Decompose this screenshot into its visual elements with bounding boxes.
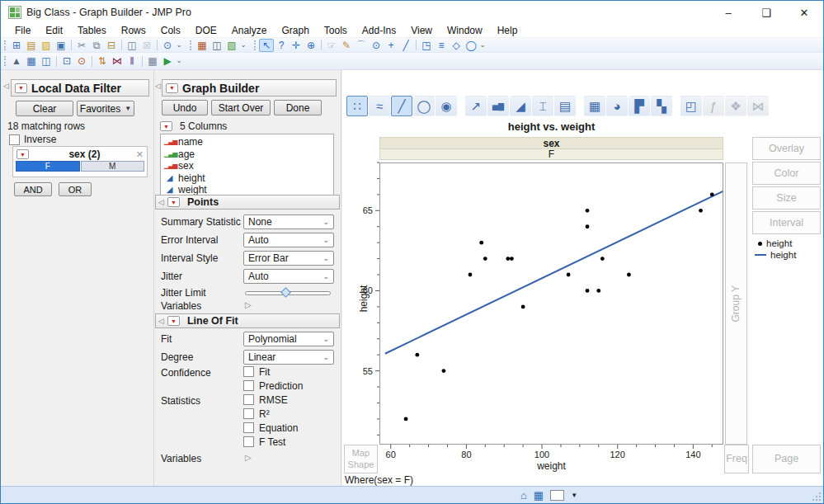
column-item-age[interactable]: ▁▃▅age bbox=[164, 148, 330, 161]
points-chart-icon[interactable]: ∷ bbox=[346, 96, 368, 116]
help-tool-icon[interactable]: ? bbox=[274, 39, 289, 52]
collapse-mid-panel-icon[interactable]: ◁ bbox=[155, 82, 161, 90]
slider-thumb[interactable] bbox=[280, 287, 291, 298]
mosaic-chart-icon[interactable]: ▚ bbox=[651, 96, 672, 116]
page-drop-zone[interactable]: Page bbox=[752, 445, 821, 473]
menu-view[interactable]: View bbox=[403, 25, 440, 36]
collapse-left-panel-icon[interactable]: ◁ bbox=[3, 82, 9, 90]
zoom-in-tool-icon[interactable]: + bbox=[384, 39, 398, 52]
toolbar-overflow-icon[interactable]: ⌄ bbox=[239, 39, 247, 52]
join-tables-icon[interactable]: ⋈ bbox=[110, 54, 125, 68]
interval-drop-zone[interactable]: Interval bbox=[752, 211, 821, 234]
y-axis-label[interactable]: height bbox=[358, 285, 370, 313]
data-table-window-icon[interactable]: ▦ bbox=[534, 490, 544, 501]
menu-window[interactable]: Window bbox=[440, 25, 490, 36]
red-triangle-menu-icon[interactable] bbox=[160, 121, 172, 131]
brush-tool-icon[interactable]: ✎ bbox=[339, 39, 354, 52]
done-button[interactable]: Done bbox=[274, 100, 322, 115]
jitter-limit-slider[interactable] bbox=[245, 291, 331, 295]
line-chart-icon[interactable]: ↗ bbox=[465, 96, 487, 116]
menu-tables[interactable]: Tables bbox=[70, 25, 114, 36]
filter-level-m[interactable]: M bbox=[81, 161, 145, 172]
lock-icon[interactable]: ⊠ bbox=[139, 39, 154, 52]
histogram-chart-icon[interactable]: ▤ bbox=[554, 96, 576, 116]
menu-tools[interactable]: Tools bbox=[317, 25, 355, 36]
oval-annotate-icon[interactable]: ◯ bbox=[464, 39, 478, 52]
red-triangle-menu-icon[interactable] bbox=[167, 197, 180, 207]
fit-select[interactable]: Polynomial bbox=[243, 332, 334, 346]
interval-style-select[interactable]: Error Bar bbox=[243, 251, 334, 266]
menu-analyze[interactable]: Analyze bbox=[224, 25, 275, 36]
menu-graph[interactable]: Graph bbox=[274, 25, 316, 36]
color-drop-zone[interactable]: Color bbox=[752, 162, 821, 185]
cut-icon[interactable]: ✂ bbox=[74, 39, 89, 52]
overlay-drop-zone[interactable]: Overlay bbox=[752, 137, 821, 160]
menu-help[interactable]: Help bbox=[490, 25, 525, 36]
lasso-tool-icon[interactable]: ⌒ bbox=[354, 39, 369, 52]
collapse-section-icon[interactable]: ◁ bbox=[158, 198, 164, 206]
arrow-annotate-icon[interactable]: ≡ bbox=[434, 39, 449, 52]
distribution-icon[interactable]: ▲ bbox=[9, 54, 24, 68]
data-table-icon[interactable]: ▦ bbox=[195, 39, 210, 52]
crosshair-tool-icon[interactable]: ⊕ bbox=[304, 39, 318, 52]
polygon-annotate-icon[interactable]: ◇ bbox=[449, 39, 464, 52]
column-item-sex[interactable]: ▁▃▅sex bbox=[164, 160, 330, 172]
menu-rows[interactable]: Rows bbox=[114, 25, 153, 36]
menu-cols[interactable]: Cols bbox=[153, 25, 188, 36]
pie-chart-icon[interactable]: ◕ bbox=[606, 96, 628, 116]
line-annotate-icon[interactable]: ╱ bbox=[398, 39, 413, 52]
select-report-icon[interactable]: ⊡ bbox=[59, 54, 74, 68]
start-over-button[interactable]: Start Over bbox=[211, 100, 271, 115]
line-of-fit-chart-icon[interactable]: ╱ bbox=[391, 96, 412, 116]
text-annotate-icon[interactable]: ◳ bbox=[419, 39, 434, 52]
column-item-height[interactable]: ◢height bbox=[164, 172, 330, 185]
collapse-section-icon[interactable]: ◁ bbox=[158, 317, 164, 325]
column-item-name[interactable]: ▁▃▅name bbox=[164, 136, 330, 148]
statistics-equation-checkbox[interactable] bbox=[243, 422, 254, 433]
favorites-button[interactable]: Favorites ▼ bbox=[77, 101, 134, 116]
sort-icon[interactable]: ⇅ bbox=[95, 54, 110, 68]
parallel-chart-icon[interactable]: ⋈ bbox=[747, 96, 769, 116]
and-button[interactable]: AND bbox=[14, 182, 52, 196]
magnifier-tool-icon[interactable]: ⊙ bbox=[369, 39, 384, 52]
summary-table-icon[interactable]: ▦ bbox=[145, 54, 160, 68]
area-chart-icon[interactable]: ◢ bbox=[510, 96, 531, 116]
inverse-checkbox[interactable] bbox=[9, 134, 20, 145]
statistics-rmse-checkbox[interactable] bbox=[243, 394, 254, 405]
menu-edit[interactable]: Edit bbox=[38, 25, 70, 36]
heatmap-chart-icon[interactable]: ▦ bbox=[584, 96, 605, 116]
statistics-ftest-checkbox[interactable] bbox=[243, 436, 254, 447]
toolbar-overflow-icon[interactable]: ⌄ bbox=[175, 54, 183, 68]
columns-viewer-icon[interactable]: ◫ bbox=[210, 39, 224, 52]
run-script-icon[interactable]: ▶ bbox=[160, 54, 175, 68]
group-x-variable-band[interactable]: sex bbox=[379, 137, 723, 148]
disclosure-icon[interactable]: ▷ bbox=[245, 300, 252, 309]
formula-chart-icon[interactable]: ƒ bbox=[703, 96, 724, 116]
split-tables-icon[interactable]: ⫴ bbox=[125, 54, 139, 68]
color-swatch[interactable] bbox=[550, 490, 564, 501]
clear-button[interactable]: Clear bbox=[16, 101, 73, 116]
chevron-down-icon[interactable]: ▼ bbox=[571, 492, 577, 499]
summary-statistic-select[interactable]: None bbox=[243, 214, 334, 229]
minimize-button[interactable]: – bbox=[709, 1, 747, 24]
hand-tool-icon[interactable]: ☞ bbox=[324, 39, 339, 52]
group-y-drop-zone[interactable]: Group Y bbox=[725, 163, 747, 445]
open-icon[interactable]: ▨ bbox=[39, 39, 54, 52]
red-triangle-menu-icon[interactable] bbox=[167, 316, 180, 326]
map-shape-drop-zone[interactable]: Map Shape bbox=[344, 445, 378, 473]
home-window-icon[interactable]: ⌂ bbox=[520, 490, 527, 501]
fit-model-icon[interactable]: ▦ bbox=[24, 54, 39, 68]
close-icon[interactable]: ✕ bbox=[136, 149, 144, 160]
disclosure-icon[interactable]: ▷ bbox=[245, 453, 252, 462]
paste-icon[interactable]: ⊟ bbox=[104, 39, 119, 52]
close-button[interactable]: ✕ bbox=[785, 1, 823, 24]
freq-drop-zone[interactable]: Freq bbox=[724, 445, 749, 473]
toolbar-overflow-icon[interactable]: ⌄ bbox=[175, 39, 183, 52]
contour-chart-icon[interactable]: ◉ bbox=[436, 96, 457, 116]
new-data-table-icon[interactable]: ⊞ bbox=[9, 39, 24, 52]
error-interval-select[interactable]: Auto bbox=[243, 233, 334, 247]
or-button[interactable]: OR bbox=[59, 182, 92, 196]
filter-level-f[interactable]: F bbox=[16, 161, 80, 172]
menu-addins[interactable]: Add-Ins bbox=[355, 25, 403, 36]
smoother-chart-icon[interactable]: ≈ bbox=[369, 96, 390, 116]
